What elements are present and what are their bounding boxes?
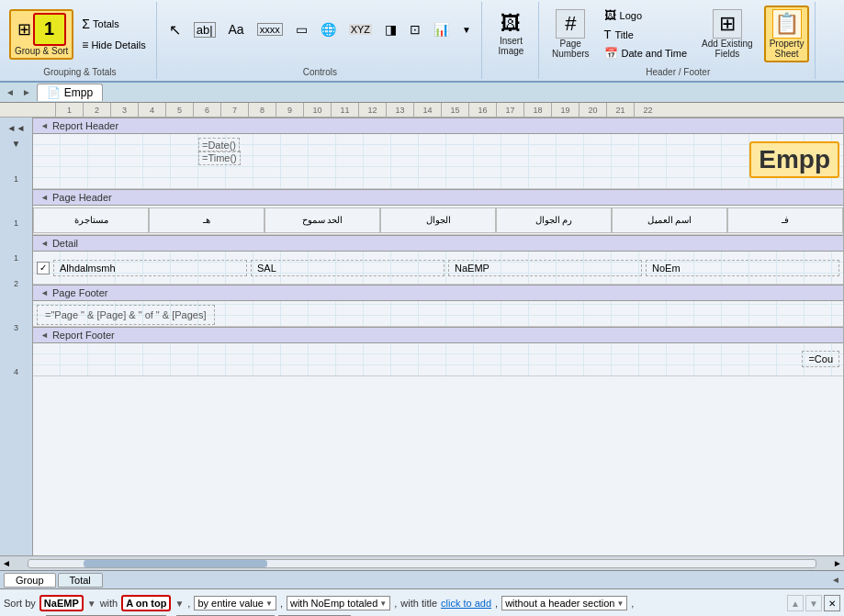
detail-field-noemp[interactable]: NoEm [646, 260, 839, 276]
sort-up-arrow[interactable]: ▲ [787, 595, 804, 611]
logo-icon: 🖼 [604, 8, 616, 22]
sort-remove-arrow[interactable]: ✕ [824, 595, 840, 611]
comma3: , [394, 598, 397, 609]
detail-text: Detail [52, 238, 78, 249]
report-footer-section[interactable]: =Cou [33, 343, 843, 376]
nav-button-ctrl[interactable]: ◨ [380, 19, 401, 39]
tab-total[interactable]: Total [58, 573, 103, 588]
section-nav-2[interactable]: 1 [12, 217, 20, 230]
ph-field-tenant[interactable]: مستاجرة [33, 207, 149, 233]
nav-button-icon: ◨ [385, 22, 397, 37]
hide-details-icon: ≡ [82, 39, 88, 51]
main-area: ◄◄ ▼ 1 1 1 2 3 4 Report Header =Date() =… [0, 118, 844, 555]
section-nav-4[interactable]: 2 [12, 277, 20, 290]
property-sheet-button[interactable]: 📋 PropertySheet [764, 6, 810, 62]
ph-field-mobile2[interactable]: الجوال [380, 207, 496, 233]
detail-section[interactable]: ✓ Alhdalmsmh SAL NaEMP NoEm [33, 252, 843, 285]
section-nav-3[interactable]: 1 [12, 252, 20, 264]
empty-canvas[interactable] [33, 376, 843, 450]
insert-label [510, 67, 512, 77]
expand-section-button[interactable]: ▼ [10, 137, 23, 151]
section-nav-1[interactable]: 1 [12, 173, 20, 185]
combo-button[interactable]: ⊡ [405, 19, 425, 39]
group-sort-button[interactable]: ⊞ 1 Group & Sort [9, 9, 73, 60]
ph-field-1[interactable]: فـ [727, 207, 843, 233]
tab-control-button[interactable]: ▭ [291, 19, 312, 39]
click-to-add-link[interactable]: click to add [441, 598, 491, 609]
collapse-all-button[interactable]: ◄◄ [6, 121, 28, 135]
tab-empp[interactable]: 📄 Empp [37, 84, 103, 101]
header-footer-label: Header / Footer [646, 67, 710, 77]
button-ctrl-icon: xxxx [257, 23, 283, 36]
ph-field-2[interactable]: هـ [149, 207, 264, 233]
report-footer-formula[interactable]: =Cou [802, 351, 839, 367]
report-header-text: Report Header [52, 120, 118, 131]
section-nav-5[interactable]: 3 [12, 321, 20, 334]
by-entire-value-dropdown[interactable]: by entire value [194, 596, 276, 610]
page-footer-section[interactable]: ="Page " & [Page] & " of " & [Pages] [33, 301, 843, 327]
tab-empp-icon: 📄 [47, 86, 61, 99]
noemp-totaled-label: with NoEmp totaled [290, 598, 377, 609]
title-icon: T [604, 28, 612, 41]
report-header-section[interactable]: =Date() =Time() Empp [33, 134, 843, 189]
select-button[interactable]: ↖ [164, 18, 186, 41]
tab-nav-left[interactable]: ◄ [4, 85, 17, 99]
ribbon-group-insert: 🖼 InsertImage [484, 2, 539, 79]
section-nav-6[interactable]: 4 [12, 365, 20, 378]
with-title-label: with title [400, 598, 437, 609]
logo-button[interactable]: 🖼 Logo [601, 6, 692, 24]
title-button[interactable]: T Title [601, 26, 692, 43]
scroll-thumb[interactable] [84, 560, 267, 567]
page-numbers-button[interactable]: # PageNumbers [546, 6, 595, 62]
scroll-track[interactable] [28, 559, 816, 568]
ph-field-client-name[interactable]: اسم العميل [612, 207, 727, 233]
report-footer-label[interactable]: Report Footer [33, 327, 843, 343]
button-ctrl-button[interactable]: xxxx [253, 20, 287, 39]
report-area[interactable]: Report Header =Date() =Time() Empp Page … [33, 118, 844, 555]
date-time-icon: 📅 [604, 47, 618, 60]
detail-field-1[interactable]: Alhdalmsmh [53, 260, 247, 276]
insert-image-button[interactable]: 🖼 InsertImage [493, 8, 530, 60]
report-title[interactable]: Empp [749, 141, 839, 178]
page-footer-formula[interactable]: ="Page " & [Page] & " of " & [Pages] [37, 305, 215, 325]
sort-field-arrow: ▼ [87, 599, 96, 609]
hide-details-button[interactable]: ≡ Hide Details [77, 36, 150, 54]
totals-button[interactable]: Σ Totals [77, 14, 150, 34]
tab-group[interactable]: Group [4, 573, 56, 588]
more-button[interactable]: ▼ [457, 22, 476, 38]
label-button[interactable]: Aa [224, 19, 249, 39]
detail-checkbox[interactable]: ✓ [37, 262, 50, 274]
ribbon-group-grouping: ⊞ 1 Group & Sort Σ Totals ≡ Hide Details… [4, 2, 157, 79]
sort-down-arrow[interactable]: ▼ [805, 595, 822, 611]
hyperlink-button[interactable]: 🌐 [316, 19, 341, 39]
gs-panel-toggle[interactable]: ◄ [831, 575, 840, 585]
with-label: with [100, 598, 118, 609]
text-box-button[interactable]: ab| [189, 19, 220, 40]
noemp-totaled-dropdown[interactable]: with NoEmp totaled [287, 596, 390, 610]
ribbon-group-controls: ↖ ab| Aa xxxx ▭ 🌐 XYZ ◨ [159, 2, 482, 79]
bottom-tabs: Group Total ◄ [0, 570, 844, 588]
combo-icon: ⊡ [410, 22, 421, 37]
header-section-dropdown[interactable]: without a header section [501, 596, 627, 610]
xyz-button[interactable]: XYZ [344, 21, 377, 38]
scroll-left-button[interactable]: ◄ [0, 558, 13, 568]
sort-field-highlighted[interactable]: NaEMP [39, 595, 84, 611]
ph-field-mobile[interactable]: رم الجوال [496, 207, 612, 233]
tab-nav-right[interactable]: ► [20, 85, 33, 99]
date-time-button[interactable]: 📅 Date and Time [601, 45, 692, 62]
report-header-label[interactable]: Report Header [33, 118, 843, 134]
detail-field-sal[interactable]: SAL [251, 260, 445, 276]
page-header-section[interactable]: فـ اسم العميل رم الجوال الجوال الحد سموح… [33, 206, 843, 235]
sort-order-highlighted[interactable]: A on top [121, 595, 171, 611]
page-footer-label[interactable]: Page Footer [33, 285, 843, 301]
page-header-label[interactable]: Page Header [33, 189, 843, 206]
scroll-right-button[interactable]: ► [831, 558, 844, 568]
chart-button[interactable]: 📊 [429, 19, 454, 39]
totals-label: Totals [93, 18, 119, 29]
detail-label[interactable]: Detail [33, 235, 843, 252]
horizontal-scrollbar[interactable]: ◄ ► [0, 555, 844, 570]
time-field[interactable]: =Time() [198, 151, 241, 165]
add-existing-fields-button[interactable]: ⊞ Add ExistingFields [696, 6, 759, 62]
ph-field-limit[interactable]: الحد سموح [264, 207, 380, 233]
detail-field-naemp[interactable]: NaEMP [448, 260, 642, 276]
